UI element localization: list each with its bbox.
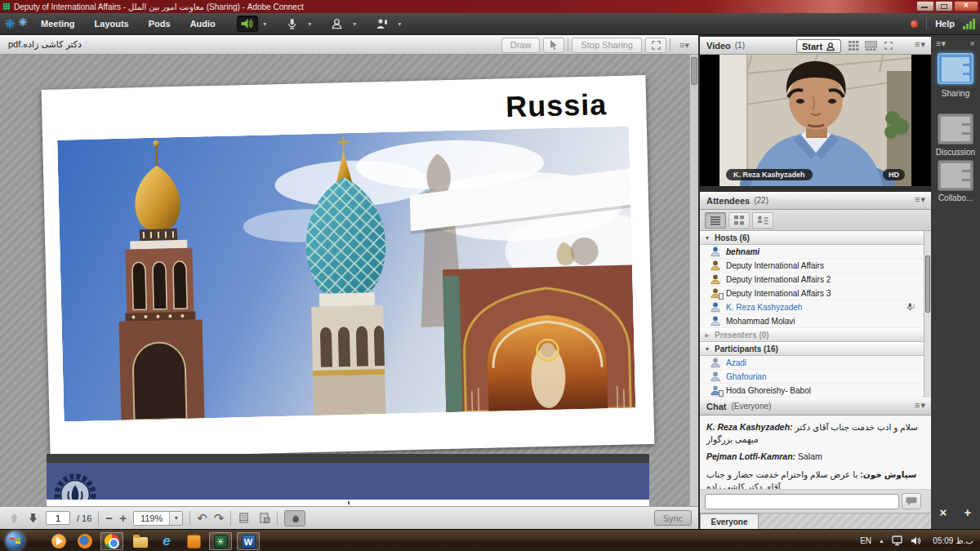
attendee-status-view-button[interactable] (752, 212, 773, 229)
clock[interactable]: 05:09 ب.ظ (929, 536, 977, 545)
rotate-left-button[interactable]: ↶ (197, 511, 207, 526)
taskbar-word-icon[interactable]: W (237, 532, 260, 550)
next-slide-preview (47, 463, 649, 500)
share-pod-menu-button[interactable]: ≡▾ (674, 38, 695, 53)
attendee-grid-view-button[interactable] (728, 212, 750, 229)
grid-view-button[interactable] (847, 40, 861, 51)
menu-layouts[interactable]: Layouts (85, 13, 139, 34)
attendee-row[interactable]: Ghafourian (700, 370, 924, 384)
chat-input-row (700, 490, 931, 513)
attendee-row[interactable]: Mohammad Molavi (700, 314, 924, 328)
chat-message-list: K. Reza Kashyzadeh: سلام و ادب خدمت جناب… (700, 415, 931, 490)
rail-close-button[interactable]: × (970, 38, 975, 49)
attendees-pod-title: Attendees (706, 196, 750, 206)
webcam-video-person (719, 55, 911, 186)
raise-hand-button[interactable] (372, 16, 393, 32)
raise-hand-dropdown[interactable]: ▾ (394, 16, 405, 32)
hosts-section-header[interactable]: ▼ Hosts (6) (700, 231, 924, 245)
menu-audio[interactable]: Audio (180, 13, 225, 34)
add-layout-button[interactable]: + (964, 505, 972, 519)
taskbar-chrome-icon[interactable] (100, 532, 123, 550)
previous-page-button[interactable] (8, 512, 20, 524)
microphone-dropdown[interactable]: ▾ (305, 16, 315, 32)
start-webcam-button[interactable]: Start (796, 39, 841, 53)
chat-pod: Chat (Everyone) ≡▾ K. Reza Kashyzadeh: س… (700, 398, 931, 529)
speaker-button[interactable] (237, 16, 258, 32)
webcam-dropdown[interactable]: ▾ (350, 16, 360, 32)
volume-icon[interactable] (911, 535, 922, 546)
video-pod-title: Video (706, 41, 731, 51)
pointer-tool-button[interactable] (543, 38, 564, 53)
taskbar-firefox-icon[interactable] (74, 532, 96, 550)
collapse-icon: ▼ (700, 346, 715, 352)
chat-input[interactable] (705, 494, 899, 509)
window-titlebar: Deputy of International Affairs - معاونت… (0, 0, 980, 13)
taskbar-adobe-connect-icon[interactable]: ✳ (209, 532, 232, 550)
attendee-row[interactable]: Azadi (700, 356, 924, 370)
video-fullscreen-button[interactable] (881, 40, 895, 51)
layout-label-collaboration[interactable]: Collabo... (931, 193, 980, 202)
attendee-row[interactable]: Deputy International Affairs 2 (700, 273, 924, 287)
attendee-list-view-button[interactable] (705, 212, 726, 229)
zoom-level-select[interactable]: 119% ▾ (133, 511, 183, 526)
taskbar-office-icon[interactable] (182, 532, 205, 550)
fit-width-button[interactable] (238, 512, 250, 524)
attendee-row[interactable]: Deputy International Affairs (700, 259, 924, 273)
fullscreen-button[interactable] (645, 38, 666, 53)
menu-pods[interactable]: Pods (139, 13, 180, 34)
pan-tool-button[interactable] (284, 510, 305, 527)
page-number-input[interactable] (46, 511, 70, 525)
minimize-button[interactable] (916, 1, 934, 11)
next-page-button[interactable] (27, 512, 39, 524)
webcam-icon (331, 17, 343, 30)
layout-label-discussion[interactable]: Discussion (931, 148, 980, 157)
network-icon[interactable] (892, 535, 903, 546)
layout-discussion-thumbnail[interactable] (938, 113, 973, 144)
attendee-row[interactable]: Hoda Ghoreishy- Babol (700, 384, 924, 398)
video-pod-menu-button[interactable]: ≡▾ (915, 39, 926, 50)
device-badge-icon (719, 293, 724, 300)
draw-button[interactable]: Draw (501, 38, 541, 53)
presenters-section-header[interactable]: ▶ Presenters (0) (700, 328, 924, 342)
slide: Russia (42, 75, 655, 459)
attendee-row[interactable]: Deputy International Affairs 3 (700, 287, 924, 300)
microphone-button[interactable] (282, 16, 303, 32)
attendees-scrollbar[interactable] (924, 231, 931, 398)
zoom-in-button[interactable]: + (119, 512, 127, 524)
help-menu[interactable]: Help (935, 19, 955, 29)
chat-text: Salam (798, 451, 822, 461)
attendee-row[interactable]: behnami (700, 245, 924, 259)
language-indicator[interactable]: EN (860, 536, 871, 545)
stop-sharing-button[interactable]: Stop Sharing (572, 38, 642, 53)
filmstrip-view-button[interactable] (864, 40, 878, 51)
tab-everyone[interactable]: Everyone (700, 513, 759, 530)
start-button[interactable] (6, 531, 24, 550)
attendee-row[interactable]: K. Reza Kashyzadeh (700, 300, 924, 314)
webcam-button[interactable] (327, 16, 348, 32)
hd-badge: HD (883, 169, 905, 180)
speaker-dropdown[interactable]: ▾ (260, 16, 270, 32)
taskbar-explorer-icon[interactable] (129, 532, 152, 550)
sync-button[interactable]: Sync (654, 510, 692, 526)
horizontal-scrollbar[interactable] (47, 500, 649, 506)
share-vertical-scrollbar[interactable] (689, 55, 698, 506)
layout-collaboration-thumbnail[interactable] (938, 160, 973, 191)
attendees-pod-menu-button[interactable]: ≡▾ (915, 194, 926, 205)
menu-meeting[interactable]: Meeting (31, 13, 85, 34)
layout-label-sharing[interactable]: Sharing (931, 89, 980, 98)
send-message-button[interactable] (902, 493, 921, 509)
restore-button[interactable] (935, 1, 953, 11)
participants-section-header[interactable]: ▼ Participants (16) (700, 342, 924, 356)
layout-sharing-thumbnail[interactable] (938, 53, 973, 84)
tray-expand-icon[interactable]: ▲ (879, 538, 884, 544)
taskbar-internet-explorer-icon[interactable]: e (155, 532, 178, 550)
taskbar-media-player-icon[interactable] (47, 532, 70, 550)
chat-pod-menu-button[interactable]: ≡▾ (915, 400, 926, 411)
attendee-name: Deputy International Affairs 2 (726, 275, 831, 284)
rail-menu-button[interactable]: ≡▾ (936, 38, 946, 49)
fit-page-button[interactable] (258, 512, 270, 524)
zoom-out-button[interactable]: − (105, 512, 113, 524)
remove-layout-button[interactable]: × (940, 505, 947, 519)
close-button[interactable]: × (954, 1, 978, 11)
rotate-right-button[interactable]: ↷ (214, 511, 225, 526)
